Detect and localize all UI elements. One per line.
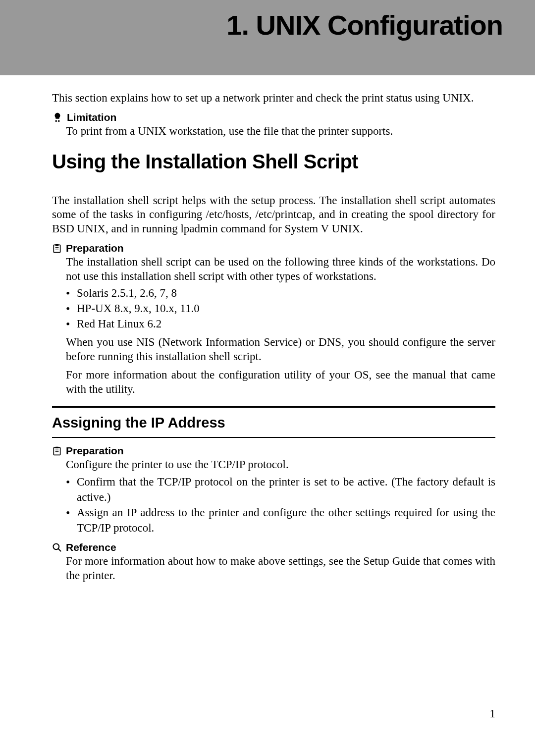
svg-line-11 <box>58 549 61 551</box>
svg-rect-2 <box>54 245 60 252</box>
limitation-text: To print from a UNIX workstation, use th… <box>52 124 495 139</box>
preparation1-after1: When you use NIS (Network Information Se… <box>52 335 495 364</box>
section-title-shell-script: Using the Installation Shell Script <box>52 151 495 173</box>
svg-point-0 <box>55 120 57 122</box>
list-item: Red Hat Linux 6.2 <box>77 316 495 331</box>
chapter-header-band: 1. UNIX Configuration <box>0 0 535 75</box>
preparation2-list: Confirm that the TCP/IP protocol on the … <box>52 474 495 536</box>
subsection-title-ip: Assigning the IP Address <box>52 408 495 437</box>
svg-point-1 <box>58 120 60 122</box>
intro-paragraph: This section explains how to set up a ne… <box>52 91 495 106</box>
preparation1-intro: The installation shell script can be use… <box>52 255 495 284</box>
svg-rect-3 <box>55 244 59 245</box>
limitation-label: Limitation <box>67 111 116 123</box>
clipboard-icon <box>52 446 62 456</box>
preparation1-list: Solaris 2.5.1, 2.6, 7, 8 HP-UX 8.x, 9.x,… <box>52 285 495 331</box>
reference-header: Reference <box>52 541 495 553</box>
preparation1-label: Preparation <box>66 242 124 254</box>
page-number: 1 <box>489 707 495 720</box>
magnifier-icon <box>52 541 62 553</box>
chapter-title: 1. UNIX Configuration <box>0 9 503 41</box>
limitation-icon <box>52 112 63 123</box>
limitation-block: Limitation To print from a UNIX workstat… <box>52 111 495 139</box>
reference-label: Reference <box>66 541 116 553</box>
list-item: Confirm that the TCP/IP protocol on the … <box>77 474 495 505</box>
preparation1-header: Preparation <box>52 242 495 254</box>
clipboard-icon <box>52 243 62 253</box>
preparation2-header: Preparation <box>52 445 495 457</box>
preparation1-after2: For more information about the configura… <box>52 368 495 397</box>
subsection-rule-bottom <box>52 437 495 438</box>
section1-paragraph: The installation shell script helps with… <box>52 194 495 236</box>
list-item: Assign an IP address to the printer and … <box>77 505 495 536</box>
list-item: Solaris 2.5.1, 2.6, 7, 8 <box>77 285 495 301</box>
list-item: HP-UX 8.x, 9.x, 10.x, 11.0 <box>77 301 495 316</box>
preparation2-label: Preparation <box>66 445 124 457</box>
preparation2-block: Preparation Configure the printer to use… <box>52 445 495 536</box>
svg-rect-7 <box>55 447 59 448</box>
svg-rect-6 <box>54 448 60 455</box>
limitation-header: Limitation <box>52 111 495 123</box>
preparation2-intro: Configure the printer to use the TCP/IP … <box>52 458 495 472</box>
reference-block: Reference For more information about how… <box>52 541 495 583</box>
preparation1-block: Preparation The installation shell scrip… <box>52 242 495 397</box>
page-content: This section explains how to set up a ne… <box>0 75 535 583</box>
reference-text: For more information about how to make a… <box>52 554 495 583</box>
